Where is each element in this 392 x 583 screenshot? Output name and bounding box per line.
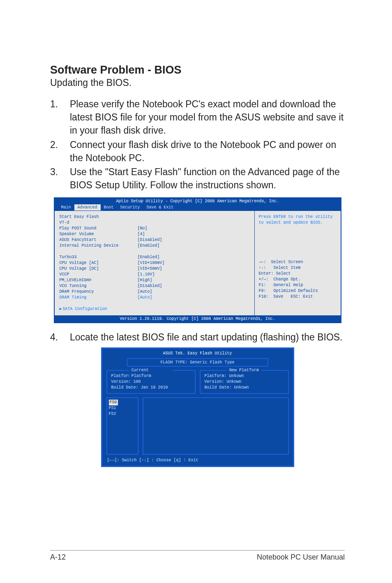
bios-setup-screenshot: Aptio Setup Utility - Copyright [C] 2008…	[54, 197, 341, 323]
drive-item[interactable]: FS1	[109, 405, 136, 411]
bios-nav-row: ↑↓: Select Item	[259, 265, 337, 271]
step-1: 1. Please verify the Notebook PC's exact…	[50, 97, 345, 137]
flash-title: ASUS Tek. Easy Flash Utility	[102, 349, 293, 357]
step-num: 1.	[50, 97, 70, 137]
bios-label[interactable]: Internal Pointing Device	[60, 243, 138, 249]
bios-label[interactable]: PM_LEVELHIGH#	[60, 278, 138, 283]
step-list: 1. Please verify the Notebook PC's exact…	[50, 97, 345, 192]
bios-label[interactable]: VT-d	[60, 220, 138, 226]
current-platform-box: Current Platform Platform: UL20FT Versio…	[106, 370, 196, 394]
info-row: Build Date: Unkown	[205, 385, 284, 391]
bios-nav-row: Enter: Select	[259, 271, 337, 277]
bios-sata-config[interactable]: ▶SATA Configuration	[60, 306, 138, 312]
info-row: Version: Unkown	[205, 379, 284, 385]
triangle-right-icon: ▶	[60, 306, 62, 312]
page-number: A-12	[50, 553, 66, 562]
bios-label[interactable]: Start Easy Flash	[60, 214, 138, 220]
bios-value: [1.10V]	[138, 272, 249, 278]
bios-spacer	[60, 249, 138, 254]
bios-value: [VID+50mV]	[138, 266, 249, 272]
bios-value: [Disabled]	[138, 237, 249, 243]
flash-key-hints: [←→]: Switch [↑↓] : Choose [q] : Exit	[102, 458, 293, 463]
step-num: 2.	[50, 138, 70, 164]
bios-label[interactable]: DRAM Timing	[60, 295, 138, 301]
bios-label[interactable]: CPU Voltage [DC]	[60, 266, 138, 272]
bios-nav-row: F1: General Help	[259, 282, 337, 288]
drive-list[interactable]: FS0 FS1 FS2	[106, 397, 138, 455]
bios-tab-main[interactable]: Main	[58, 204, 74, 211]
bios-footer: Version 1.28.1119. Copyright [C] 2008 Am…	[55, 315, 341, 322]
step-3: 3. Use the "Start Easy Flash" function o…	[50, 165, 345, 192]
page-footer: A-12 Notebook PC User Manual	[50, 550, 345, 562]
manual-title: Notebook PC User Manual	[257, 553, 345, 562]
bios-header: Aptio Setup Utility - Copyright [C] 2008…	[55, 198, 341, 204]
bios-help-text: Press ENTER to run the utility to select…	[259, 214, 337, 239]
bios-nav-row: F10: Save ESC: Exit	[259, 294, 337, 300]
bios-tabs: Main Advanced Boot Security Save & Exit	[55, 204, 341, 211]
bios-nav-row: F9: Optimized Defaults	[259, 288, 337, 294]
step-num: 3.	[50, 165, 70, 192]
bios-spacer	[138, 249, 249, 254]
bios-tab-security[interactable]: Security	[117, 204, 143, 211]
bios-label[interactable]: Play POST Sound	[60, 226, 138, 231]
bios-tab-boot[interactable]: Boot	[101, 204, 117, 211]
bios-body: Start Easy Flash VT-d Play POST Sound Sp…	[55, 211, 341, 315]
step-text: Locate the latest BIOS file and start up…	[70, 331, 345, 344]
bios-value: [4]	[138, 231, 249, 237]
file-list[interactable]	[143, 397, 289, 455]
step-2: 2. Connect your flash disk drive to the …	[50, 138, 345, 164]
step-text: Please verify the Notebook PC's exact mo…	[70, 97, 345, 137]
info-row: Version: 100	[111, 379, 191, 385]
bios-label[interactable]: VCO Tunning	[60, 283, 138, 289]
bios-labels-col: Start Easy Flash VT-d Play POST Sound Sp…	[60, 214, 138, 312]
step-list-2: 4. Locate the latest BIOS file and start…	[50, 331, 345, 344]
page-subtitle: Updating the BIOS.	[50, 77, 345, 88]
bios-value: [Disabled]	[138, 283, 249, 289]
bios-spacer	[60, 301, 138, 306]
bios-tab-advanced[interactable]: Advanced	[74, 204, 101, 211]
bios-nav-keys: →←: Select Screen ↑↓: Select Item Enter:…	[259, 259, 337, 300]
bios-value: [Enabled]	[138, 254, 249, 260]
info-row: Build Date: Jan 19 2010	[111, 385, 191, 391]
bios-value	[138, 214, 249, 220]
step-text: Connect your flash disk drive to the Not…	[70, 138, 345, 164]
bios-value: [VID+100mV]	[138, 260, 249, 266]
bios-label[interactable]: Turbo33	[60, 254, 138, 260]
drive-item[interactable]: FS0	[109, 400, 136, 405]
bios-value	[138, 220, 249, 226]
step-4: 4. Locate the latest BIOS file and start…	[50, 331, 345, 344]
info-row: Platform: Unkown	[205, 373, 284, 379]
step-num: 4.	[50, 331, 70, 344]
bios-value: [Auto]	[138, 289, 249, 295]
bios-value: [Enabled]	[138, 243, 249, 249]
easy-flash-screenshot: ASUS Tek. Easy Flash Utility FLASH TYPE:…	[101, 347, 294, 467]
bios-label[interactable]: CPU Voltage [AC]	[60, 260, 138, 266]
bios-label[interactable]: ASUS FancyStart	[60, 237, 138, 243]
bios-help-panel: Press ENTER to run the utility to select…	[254, 211, 341, 315]
box-title: Current Platform	[129, 368, 173, 379]
bios-label[interactable]: VCCP	[60, 272, 138, 278]
bios-value: [No]	[138, 226, 249, 231]
bios-tab-save-exit[interactable]: Save & Exit	[143, 204, 177, 211]
new-platform-box: New Platform Platform: Unkown Version: U…	[200, 370, 289, 394]
bios-label[interactable]: DRAM Frequency	[60, 289, 138, 295]
bios-left-panel: Start Easy Flash VT-d Play POST Sound Sp…	[55, 211, 254, 315]
bios-nav-row: +/—: Change Opt.	[259, 277, 337, 282]
drive-item[interactable]: FS2	[109, 411, 136, 417]
bios-values-col: [No] [4] [Disabled] [Enabled] [Enabled] …	[138, 214, 249, 312]
box-title: New Platform	[227, 368, 261, 373]
bios-label[interactable]: Speaker Volume	[60, 231, 138, 237]
flash-type-box: FLASH TYPE: Generic Flash Type	[127, 358, 268, 367]
bios-value: [Auto]	[138, 295, 249, 301]
bios-value: [High]	[138, 278, 249, 283]
bios-nav-row: →←: Select Screen	[259, 259, 337, 265]
step-text: Use the "Start Easy Flash" function on t…	[70, 165, 345, 192]
page-title: Software Problem - BIOS	[50, 64, 345, 76]
